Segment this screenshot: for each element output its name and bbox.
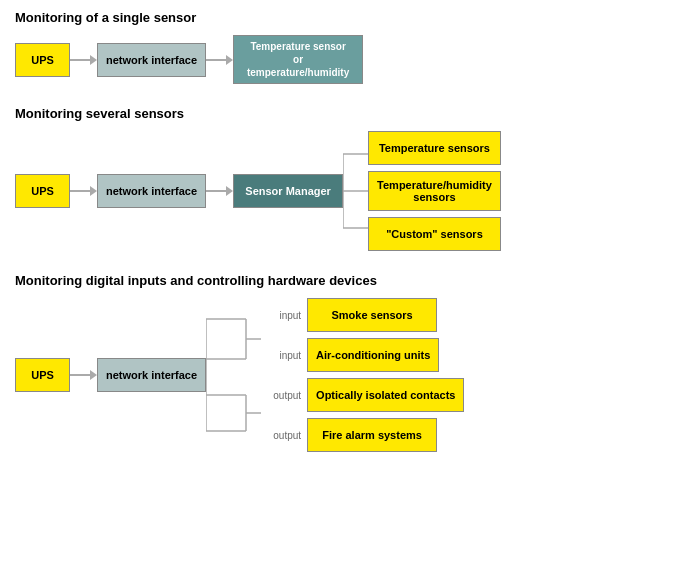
section-1: Monitoring of a single sensor UPS networ… <box>15 10 679 84</box>
s3-branch-1-box: Smoke sensors <box>307 298 437 332</box>
s3-branch-svg <box>206 301 266 449</box>
s1-arrow-1 <box>70 55 97 65</box>
h-line-2 <box>206 59 226 61</box>
s1-ups-label: UPS <box>31 54 54 66</box>
h-line-4 <box>206 190 226 192</box>
section-3-diagram: UPS network interface <box>15 298 679 452</box>
s3-branch-rows: input Smoke sensors input Air-conditioni… <box>266 298 464 452</box>
arrow-head <box>90 55 97 65</box>
s2-branches: Temperature sensors Temperature/humidity… <box>343 131 501 251</box>
s2-ups-label: UPS <box>31 185 54 197</box>
s3-branch-row-4: output Fire alarm systems <box>266 418 464 452</box>
s1-arrow-2 <box>206 55 233 65</box>
s2-branch-svg <box>343 136 373 246</box>
s3-branch-2-type: input <box>266 350 301 361</box>
s1-sensor-label: Temperature sensor or temperature/humidi… <box>247 40 349 79</box>
s2-sm-box: Sensor Manager <box>233 174 343 208</box>
s3-branch-2-box: Air-conditioning units <box>307 338 439 372</box>
s2-ni-label: network interface <box>106 185 197 197</box>
h-line-3 <box>70 190 90 192</box>
s2-sm-label: Sensor Manager <box>245 185 331 197</box>
arrow-head-4 <box>226 186 233 196</box>
s3-branch-3-box: Optically isolated contacts <box>307 378 464 412</box>
section-3: Monitoring digital inputs and controllin… <box>15 273 679 452</box>
section-3-title: Monitoring digital inputs and controllin… <box>15 273 679 288</box>
s3-ups-box: UPS <box>15 358 70 392</box>
s3-branch-4-box: Fire alarm systems <box>307 418 437 452</box>
section-2-diagram: UPS network interface Sensor Manager <box>15 131 679 251</box>
h-line-5 <box>70 374 90 376</box>
section-2-title: Monitoring several sensors <box>15 106 679 121</box>
s2-branch-boxes: Temperature sensors Temperature/humidity… <box>368 131 501 251</box>
h-line <box>70 59 90 61</box>
s3-branch-4-type: output <box>266 430 301 441</box>
s1-ni-box: network interface <box>97 43 206 77</box>
s1-ni-label: network interface <box>106 54 197 66</box>
s3-branch-row-3: output Optically isolated contacts <box>266 378 464 412</box>
s2-branch-3: "Custom" sensors <box>368 217 501 251</box>
s1-sensor-box: Temperature sensor or temperature/humidi… <box>233 35 363 84</box>
s2-branch-2: Temperature/humidity sensors <box>368 171 501 211</box>
s3-ni-box: network interface <box>97 358 206 392</box>
arrow-head-5 <box>90 370 97 380</box>
s3-branch-1-type: input <box>266 310 301 321</box>
arrow-head-2 <box>226 55 233 65</box>
section-1-title: Monitoring of a single sensor <box>15 10 679 25</box>
arrow-head-3 <box>90 186 97 196</box>
s2-arrow-1 <box>70 186 97 196</box>
s3-ni-label: network interface <box>106 369 197 381</box>
s2-arrow-2 <box>206 186 233 196</box>
s3-branch-3-type: output <box>266 390 301 401</box>
s2-ups-box: UPS <box>15 174 70 208</box>
section-1-diagram: UPS network interface Temperature sensor… <box>15 35 679 84</box>
s3-ups-label: UPS <box>31 369 54 381</box>
s3-branches-container: input Smoke sensors input Air-conditioni… <box>206 298 464 452</box>
s1-ups-box: UPS <box>15 43 70 77</box>
s2-branch-1: Temperature sensors <box>368 131 501 165</box>
s3-branch-row-1: input Smoke sensors <box>266 298 464 332</box>
section-2: Monitoring several sensors UPS network i… <box>15 106 679 251</box>
s3-arrow-1 <box>70 370 97 380</box>
s3-branch-row-2: input Air-conditioning units <box>266 338 464 372</box>
s2-ni-box: network interface <box>97 174 206 208</box>
